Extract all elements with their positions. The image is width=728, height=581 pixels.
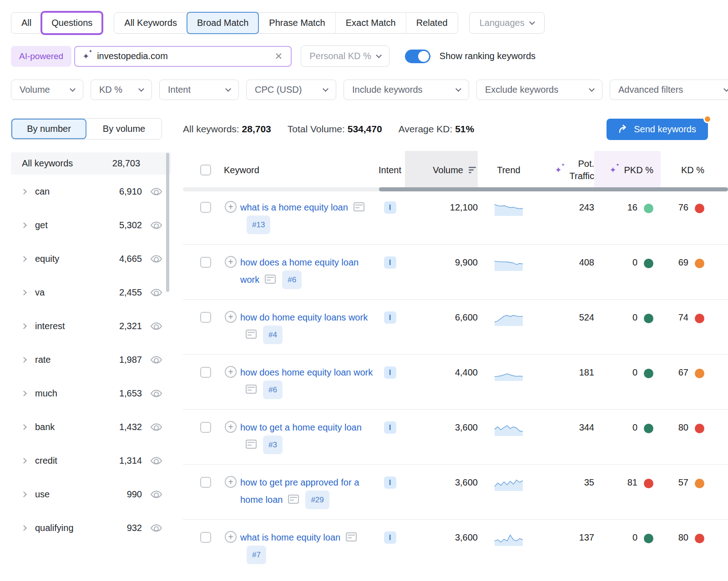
serp-features-icon[interactable] xyxy=(346,532,357,541)
add-keyword-icon[interactable]: + xyxy=(225,311,237,323)
row-checkbox[interactable] xyxy=(200,202,211,213)
eye-icon[interactable] xyxy=(150,219,162,231)
intent-badge: I xyxy=(384,366,396,379)
eye-icon[interactable] xyxy=(150,488,162,500)
chevron-right-icon[interactable] xyxy=(21,458,27,464)
tab-broad-match[interactable]: Broad Match xyxy=(187,12,259,34)
search-input[interactable] xyxy=(97,51,268,61)
chevron-right-icon[interactable] xyxy=(21,323,27,329)
serp-features-icon[interactable] xyxy=(288,495,299,504)
horizontal-scrollbar-thumb[interactable] xyxy=(379,187,728,191)
add-keyword-icon[interactable]: + xyxy=(225,531,237,543)
eye-icon[interactable] xyxy=(150,455,162,466)
chevron-right-icon[interactable] xyxy=(21,222,27,228)
intent-filter[interactable]: Intent xyxy=(159,80,239,100)
keyword-link[interactable]: how to get pre approved for a home loan xyxy=(240,477,359,505)
column-keyword[interactable]: Keyword xyxy=(224,165,259,175)
sidebar-group-va[interactable]: va 2,455 xyxy=(11,275,171,309)
advanced-filters[interactable]: Advanced filters xyxy=(610,80,728,100)
chevron-right-icon[interactable] xyxy=(21,189,27,195)
personal-kd-dropdown[interactable]: Personal KD % xyxy=(301,45,389,67)
languages-dropdown[interactable]: Languages xyxy=(469,12,545,34)
sidebar-group-qualifying[interactable]: qualifying 932 xyxy=(11,511,171,545)
eye-icon[interactable] xyxy=(150,185,162,197)
eye-icon[interactable] xyxy=(150,421,162,433)
chevron-right-icon[interactable] xyxy=(21,525,27,531)
eye-icon[interactable] xyxy=(150,354,162,366)
trend-sparkline xyxy=(494,366,524,384)
group-list-header[interactable]: All keywords 28,703 xyxy=(11,152,171,175)
show-ranking-keywords-toggle[interactable] xyxy=(405,50,430,63)
chevron-right-icon[interactable] xyxy=(21,357,27,363)
tab-related[interactable]: Related xyxy=(406,13,458,33)
add-keyword-icon[interactable]: + xyxy=(225,256,237,268)
volume-filter[interactable]: Volume xyxy=(11,80,83,100)
sidebar-group-can[interactable]: can 6,910 xyxy=(11,175,171,208)
row-checkbox[interactable] xyxy=(200,422,211,433)
serp-features-icon[interactable] xyxy=(246,385,257,394)
chevron-right-icon[interactable] xyxy=(21,256,27,262)
add-keyword-icon[interactable]: + xyxy=(225,421,237,433)
intent-badge: I xyxy=(384,201,396,214)
row-checkbox[interactable] xyxy=(200,312,211,323)
kd-filter[interactable]: KD % xyxy=(91,80,152,100)
column-pkd[interactable]: PKD % xyxy=(624,165,653,175)
personal-kd-label: Personal KD % xyxy=(309,51,371,61)
keyword-link[interactable]: how does home equity loan work xyxy=(240,367,373,377)
keyword-link[interactable]: how to get a home equity loan xyxy=(240,422,362,432)
keyword-link[interactable]: what is a home equity loan xyxy=(240,202,348,212)
column-trend[interactable]: Trend xyxy=(497,165,521,175)
sidebar-group-credit[interactable]: credit 1,314 xyxy=(11,444,171,477)
sort-descending-icon[interactable] xyxy=(469,166,478,174)
sidebar-group-get[interactable]: get 5,302 xyxy=(11,208,171,242)
exclude-keywords-filter[interactable]: Exclude keywords xyxy=(476,80,602,100)
serp-features-icon[interactable] xyxy=(246,440,257,449)
tab-exact-match[interactable]: Exact Match xyxy=(335,13,406,33)
match-type-tabs-bar: All Questions All Keywords Broad Match P… xyxy=(0,0,728,34)
sidebar-group-bank[interactable]: bank 1,432 xyxy=(11,410,171,444)
add-keyword-icon[interactable]: + xyxy=(225,476,237,488)
cpc-filter[interactable]: CPC (USD) xyxy=(246,80,336,100)
add-keyword-icon[interactable]: + xyxy=(225,366,237,378)
eye-icon[interactable] xyxy=(150,522,162,534)
serp-features-icon[interactable] xyxy=(354,202,364,211)
add-keyword-icon[interactable]: + xyxy=(225,201,237,213)
row-checkbox[interactable] xyxy=(200,367,211,378)
row-checkbox[interactable] xyxy=(200,257,211,268)
search-box[interactable]: ✦ ✕ xyxy=(74,46,292,67)
select-all-checkbox[interactable] xyxy=(200,165,211,175)
send-keywords-button[interactable]: Send keywords xyxy=(607,119,708,140)
sidebar-group-much[interactable]: much 1,653 xyxy=(11,376,171,410)
by-volume-button[interactable]: By volume xyxy=(86,119,162,139)
column-intent[interactable]: Intent xyxy=(379,165,401,175)
tab-phrase-match[interactable]: Phrase Match xyxy=(258,13,335,33)
chevron-right-icon[interactable] xyxy=(21,491,27,497)
eye-icon[interactable] xyxy=(150,286,162,298)
serp-features-icon[interactable] xyxy=(265,275,276,284)
chevron-right-icon[interactable] xyxy=(21,290,27,296)
column-kd[interactable]: KD % xyxy=(681,165,704,175)
eye-icon[interactable] xyxy=(150,387,162,399)
clear-search-icon[interactable]: ✕ xyxy=(274,51,284,62)
tab-questions[interactable]: Questions xyxy=(40,11,103,35)
sidebar-group-rate[interactable]: rate 1,987 xyxy=(11,343,171,376)
tab-all-keywords[interactable]: All Keywords xyxy=(114,13,187,33)
tab-all[interactable]: All xyxy=(11,13,41,33)
include-keywords-filter[interactable]: Include keywords xyxy=(344,80,469,100)
chevron-right-icon[interactable] xyxy=(21,424,27,430)
sidebar-group-equity[interactable]: equity 4,665 xyxy=(11,242,171,275)
column-volume[interactable]: Volume xyxy=(433,165,463,175)
sidebar-scrollbar[interactable] xyxy=(166,153,169,292)
eye-icon[interactable] xyxy=(150,320,162,332)
eye-icon[interactable] xyxy=(150,253,162,265)
sidebar-group-interest[interactable]: interest 2,321 xyxy=(11,309,171,343)
by-number-button[interactable]: By number xyxy=(11,119,86,139)
keyword-link[interactable]: what is home equity loan xyxy=(240,532,340,542)
chevron-right-icon[interactable] xyxy=(21,391,27,396)
row-checkbox[interactable] xyxy=(200,532,211,543)
column-pot-traffic[interactable]: Pot.Traffic xyxy=(570,158,594,182)
sidebar-group-use[interactable]: use 990 xyxy=(11,477,171,511)
serp-features-icon[interactable] xyxy=(246,330,257,339)
keyword-link[interactable]: how do home equity loans work xyxy=(240,312,368,322)
row-checkbox[interactable] xyxy=(200,477,211,488)
